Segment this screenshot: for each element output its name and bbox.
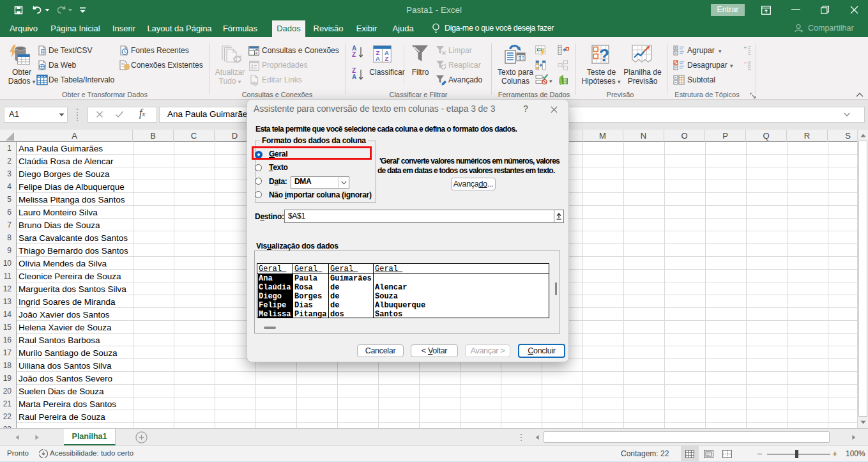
svg-text:?: ?	[599, 46, 610, 65]
svg-text:A: A	[376, 55, 380, 62]
svg-text:Z: Z	[385, 55, 389, 62]
